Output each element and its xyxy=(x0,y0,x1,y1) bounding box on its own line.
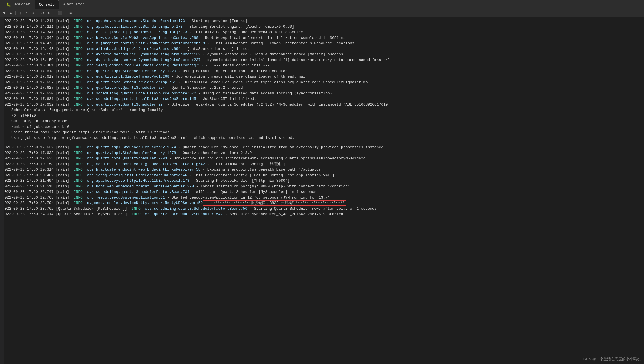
toolbar-btn-3[interactable]: ↓ xyxy=(18,10,23,16)
timestamp: 2022-09-23 17:50:17.633 xyxy=(2,151,53,155)
tab-console[interactable]: Console xyxy=(35,0,59,9)
toolbar-separator-3 xyxy=(54,11,54,15)
log-message: - Job execution threads will use class l… xyxy=(169,74,308,79)
log-line: 2022-09-23 17:50:15.150 [main] INFO c.b.… xyxy=(2,52,642,57)
timestamp: 2022-09-23 17:50:14.342 xyxy=(2,36,53,40)
toolbar-btn-1[interactable]: ▼ xyxy=(2,10,7,16)
log-message: - Tomcat started on port(s): 8080 (http)… xyxy=(194,184,350,189)
timestamp: 2022-09-23 17:50:16.481 xyxy=(2,63,53,68)
log-line: 2022-09-23 17:50:15.150 [main] INFO c.b.… xyxy=(2,57,642,63)
cursor-line: | xyxy=(2,217,642,223)
thread: [main] xyxy=(53,173,69,177)
log-line: 2022-09-23 17:50:17.619 [main] INFO org.… xyxy=(2,74,642,80)
logger: o.s.b.w.s.c.ServletWebServerApplicationC… xyxy=(85,36,198,40)
toolbar-separator-4 xyxy=(66,11,66,15)
log-message: - Using db table-based data access locki… xyxy=(196,91,334,96)
log-level: INFO xyxy=(71,151,83,155)
log-level: INFO xyxy=(71,36,83,40)
console-area[interactable]: 2022-09-23 17:50:14.211 [main] INFO org.… xyxy=(0,17,644,364)
timestamp: 2022-09-23 17:50:14.341 xyxy=(2,30,53,34)
timestamp: 2022-09-23 17:50:14.475 xyxy=(2,41,53,45)
tab-debugger-label: Debugger xyxy=(12,2,30,7)
log-level: INFO xyxy=(71,58,83,62)
thread: [main] xyxy=(53,179,69,183)
log-line: 2022-09-23 17:50:17.630 [main] INFO o.s.… xyxy=(2,91,642,96)
log-level: INFO xyxy=(71,30,83,34)
log-message: - dynamic-datasource - load a datasource… xyxy=(200,52,343,56)
log-message: - {dataSource-1,master} inited xyxy=(180,47,250,51)
logger: o.a.c.c.C.[Tomcat].[localhost].[/ghgriot… xyxy=(85,30,187,34)
timestamp: 2022-09-23 17:50:17.630 xyxy=(2,91,53,96)
log-message: - JobStoreCMT initialized. xyxy=(196,97,256,101)
log-line: 2022-09-23 17:50:14.211 [main] INFO org.… xyxy=(2,24,642,30)
log-line: 2022-09-23 17:50:16.481 [main] INFO org.… xyxy=(2,63,642,68)
log-level: INFO xyxy=(71,179,83,183)
toolbar-btn-2[interactable]: ▲ xyxy=(8,10,13,16)
thread: [main] xyxy=(53,151,69,155)
timestamp: 2022-09-23 17:50:17.632 xyxy=(2,102,53,107)
logger: o.jeecg.modules.deviceNetty.server.Netty… xyxy=(85,201,203,205)
toolbar-btn-8[interactable]: ⬛ xyxy=(56,10,64,16)
log-level: INFO xyxy=(71,80,83,84)
timestamp: 2022-09-23 17:50:17.627 xyxy=(2,86,53,90)
tab-console-label: Console xyxy=(39,3,55,7)
tab-actuator[interactable]: ⚙ Actuator xyxy=(59,0,89,9)
log-line: 2022-09-23 17:50:21.518 [main] INFO o.s.… xyxy=(2,184,642,189)
timestamp: 2022-09-23 17:50:17.619 xyxy=(2,74,53,79)
toolbar-btn-4[interactable]: ↑ xyxy=(24,10,29,16)
logger: org.quartz.core.QuartzScheduler:547 xyxy=(143,212,223,216)
log-message: - Exposing 2 endpoint(s) beneath base pa… xyxy=(200,167,323,172)
timestamp: 2022-09-23 17:50:17.632 xyxy=(2,145,53,149)
toolbar-btn-7[interactable]: ↻ xyxy=(47,10,52,16)
logger: org.quartz.core.QuartzScheduler:294 xyxy=(85,102,165,107)
thread: [main] xyxy=(53,167,69,172)
timestamp: 2022-09-23 17:50:17.627 xyxy=(2,80,53,84)
log-line: 2022-09-23 17:50:17.633 [main] INFO org.… xyxy=(2,156,642,161)
log-line: 2022-09-23 17:50:20.462 [main] INFO org.… xyxy=(2,173,642,178)
toolbar: ▼ ▲ ↓ ↑ ⇓ ↺ ↻ ⬛ ≡ xyxy=(0,9,644,17)
logger: org.quartz.core.QuartzScheduler:294 xyxy=(85,86,165,90)
log-level: INFO xyxy=(71,145,83,149)
thread: [main] xyxy=(53,80,69,84)
log-line: 2022-09-23 17:50:22.763 [main] INFO org.… xyxy=(2,195,642,201)
thread: [main] xyxy=(53,25,69,29)
log-message: - Using default implementation for Threa… xyxy=(176,69,288,73)
toolbar-btn-5[interactable]: ⇓ xyxy=(31,10,36,16)
log-message: - Initialized Scheduler Signaller of typ… xyxy=(176,80,370,84)
thread: [main] xyxy=(53,162,69,166)
toolbar-btn-6[interactable]: ↺ xyxy=(40,10,45,16)
log-message: - Quartz scheduler 'MyScheduler' initial… xyxy=(176,145,386,149)
log-line: 2022-09-23 17:50:17.632 [main] INFO org.… xyxy=(2,145,642,150)
timestamp: 2022-09-23 17:50:22.763 xyxy=(2,195,53,200)
log-line: NOT STARTED. xyxy=(2,113,642,119)
logger: org.jeecg.JeecgSystemApplication:61 xyxy=(85,195,165,200)
actuator-icon: ⚙ xyxy=(63,3,65,6)
log-line: Currently in standby mode. xyxy=(2,118,642,124)
log-level: INFO xyxy=(71,102,83,107)
timestamp: 2022-09-23 17:50:17.631 xyxy=(2,97,53,101)
logger: org.apache.catalina.core.StandardService… xyxy=(85,19,185,23)
log-line: 2022-09-23 17:50:21.494 [main] INFO org.… xyxy=(2,178,642,184)
timestamp: 2022-09-23 17:50:20.462 xyxy=(2,173,53,177)
log-message: - Scheduler MyScheduler_$_ASL_3D16639266… xyxy=(223,212,345,216)
log-line: Using thread pool 'org.quartz.simpl.Simp… xyxy=(2,130,642,135)
watermark: CSDN @一个生活在底层的小小码农 xyxy=(581,357,641,362)
tab-actuator-label: Actuator xyxy=(67,2,85,7)
timestamp: 2022-09-23 17:50:19.158 xyxy=(2,162,53,166)
log-level: INFO xyxy=(71,47,83,51)
logger: o.s.b.actuate.endpoint.web.EndpointLinks… xyxy=(85,167,201,172)
toolbar-btn-9[interactable]: ≡ xyxy=(68,10,73,16)
log-line: 2022-09-23 17:50:20.314 [main] INFO o.s.… xyxy=(2,167,642,173)
thread: [main] xyxy=(53,190,69,194)
thread: [main] xyxy=(53,41,69,45)
thread: [main] xyxy=(53,58,69,62)
tab-debugger[interactable]: 🐛 Debugger xyxy=(2,0,34,9)
log-message: - Starting Quartz Scheduler now, after d… xyxy=(247,207,376,211)
log-line: 2022-09-23 17:50:22.794 [main] INFO o.je… xyxy=(2,200,642,206)
timestamp: 2022-09-23 17:50:22.747 xyxy=(2,190,53,194)
log-line: 2022-09-23 17:50:19.158 [main] INFO o.j.… xyxy=(2,161,642,167)
log-line: 2022-09-23 17:50:17.632 [main] INFO org.… xyxy=(2,102,642,108)
log-level: INFO xyxy=(71,74,83,79)
timestamp: 2022-09-23 17:50:15.150 xyxy=(2,58,53,62)
netty-highlight-box: - ******************服务端口，8822 开启成功******… xyxy=(203,200,346,206)
